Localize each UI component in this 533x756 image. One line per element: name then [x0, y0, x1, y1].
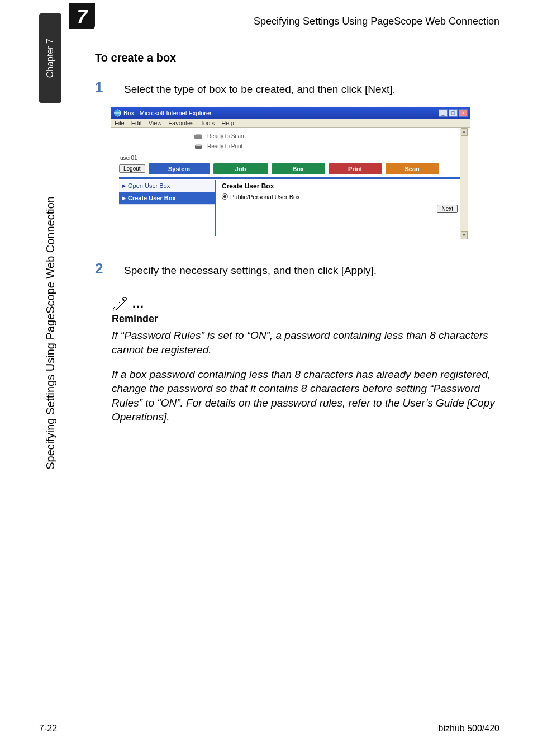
section-heading: To create a box	[95, 51, 497, 64]
titlebar: Box - Microsoft Internet Explorer _ □ ×	[111, 107, 470, 119]
chapter-tab: Chapter 7	[39, 13, 61, 103]
user-label: user01	[120, 155, 467, 161]
step-1-text: Select the type of box to be created, an…	[124, 79, 396, 97]
tab-system[interactable]: System	[149, 163, 210, 174]
logout-button[interactable]: Logout	[119, 164, 145, 173]
triangle-right-icon: ▶	[122, 196, 126, 201]
menubar: File Edit View Favorites Tools Help	[111, 119, 470, 128]
step-2-number: 2	[95, 260, 110, 277]
svg-rect-2	[196, 134, 201, 135]
menu-edit[interactable]: Edit	[131, 120, 142, 126]
svg-rect-1	[194, 135, 202, 139]
main-tabs-row: Logout System Job Box Print Scan	[115, 163, 467, 174]
step-1-number: 1	[95, 79, 110, 96]
status-row-scan: Ready to Scan	[194, 131, 467, 141]
page-number: 7-22	[39, 724, 57, 734]
menu-file[interactable]: File	[115, 120, 125, 126]
tab-scan[interactable]: Scan	[386, 163, 439, 174]
vertical-caption: Specifying Settings Using PageScope Web …	[39, 123, 61, 470]
ellipsis-icon: …	[132, 296, 146, 311]
reminder-paragraph-1: If “Password Rules” is set to “ON”, a pa…	[112, 328, 497, 357]
status-print-text: Ready to Print	[207, 143, 242, 149]
close-button[interactable]: ×	[459, 109, 468, 117]
content-area-wrap: Ready to Scan Ready to Print user01 Logo…	[111, 128, 470, 243]
tab-underline	[119, 177, 462, 179]
scroll-down-icon[interactable]: ▼	[461, 231, 468, 239]
page: Chapter 7 Specifying Settings Using Page…	[0, 0, 533, 756]
radio-label: Public/Personal User Box	[230, 193, 300, 200]
tab-box[interactable]: Box	[272, 163, 325, 174]
product-name: bizhub 500/420	[439, 724, 499, 734]
window-buttons: _ □ ×	[439, 109, 468, 117]
reminder-paragraph-2: If a box password containing less than 8…	[112, 367, 497, 425]
next-button[interactable]: Next	[437, 205, 458, 213]
menu-favorites[interactable]: Favorites	[168, 120, 193, 126]
page-header-title: Specifying Settings Using PageScope Web …	[254, 16, 499, 27]
maximize-button[interactable]: □	[449, 109, 458, 117]
status-scan-text: Ready to Scan	[207, 133, 244, 139]
tab-job[interactable]: Job	[213, 163, 268, 174]
window-title: Box - Microsoft Internet Explorer	[123, 110, 212, 116]
step-1: 1 Select the type of box to be created, …	[95, 79, 497, 97]
panel-title: Create User Box	[222, 182, 456, 190]
scanner-icon	[194, 133, 203, 140]
step-2: 2 Specify the necessary settings, and th…	[95, 260, 497, 278]
embedded-screenshot: Box - Microsoft Internet Explorer _ □ × …	[111, 107, 470, 243]
sidebar-item-label: Open User Box	[128, 182, 170, 189]
chapter-tab-label: Chapter 7	[45, 39, 55, 78]
reminder-block: … Reminder If “Password Rules” is set to…	[112, 295, 497, 424]
tab-print[interactable]: Print	[329, 163, 382, 174]
body: To create a box 1 Select the type of box…	[95, 51, 497, 434]
sidebar: ▶ Open User Box ▶ Create User Box	[119, 180, 215, 236]
sidebar-item-create-user-box[interactable]: ▶ Create User Box	[119, 192, 215, 205]
page-footer: 7-22 bizhub 500/420	[39, 717, 499, 734]
radio-public-personal[interactable]: Public/Personal User Box	[222, 193, 456, 200]
two-column: ▶ Open User Box ▶ Create User Box Create…	[119, 180, 462, 236]
reminder-icon-row: …	[112, 295, 497, 311]
scroll-up-icon[interactable]: ▲	[461, 128, 468, 136]
vertical-caption-text: Specifying Settings Using PageScope Web …	[44, 196, 57, 470]
vertical-scrollbar[interactable]: ▲ ▼	[460, 128, 468, 239]
pen-icon	[112, 295, 131, 311]
status-row-print: Ready to Print	[194, 141, 467, 152]
page-header: Specifying Settings Using PageScope Web …	[69, 0, 499, 31]
step-2-text: Specify the necessary settings, and then…	[124, 260, 377, 278]
printer-icon	[194, 143, 203, 150]
reminder-body: If “Password Rules” is set to “ON”, a pa…	[112, 328, 497, 424]
menu-view[interactable]: View	[149, 120, 162, 126]
triangle-right-icon: ▶	[122, 183, 126, 188]
main-panel: Create User Box Public/Personal User Box…	[215, 180, 462, 236]
svg-rect-4	[196, 144, 201, 146]
minimize-button[interactable]: _	[439, 109, 448, 117]
menu-tools[interactable]: Tools	[201, 120, 215, 126]
content-area: Ready to Scan Ready to Print user01 Logo…	[111, 128, 470, 243]
ie-icon	[113, 109, 121, 117]
reminder-heading: Reminder	[112, 313, 497, 325]
sidebar-item-open-user-box[interactable]: ▶ Open User Box	[119, 180, 215, 192]
sidebar-item-label: Create User Box	[128, 195, 176, 201]
radio-icon	[222, 193, 228, 200]
menu-help[interactable]: Help	[221, 120, 234, 126]
